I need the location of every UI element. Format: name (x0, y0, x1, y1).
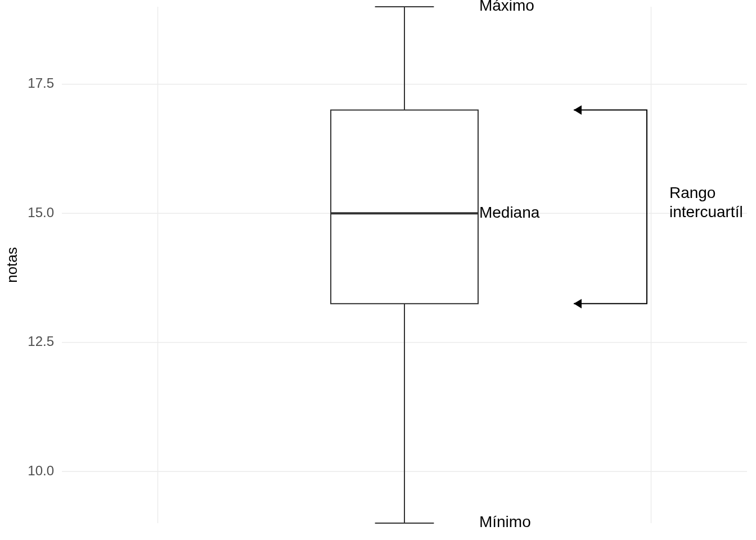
y-tick-label: 10.0 (28, 463, 54, 478)
boxplot-chart: 10.012.515.017.5notasMáximoMedianaMínimo… (0, 0, 756, 540)
min-label: Mínimo (479, 513, 531, 530)
arrowhead-icon (574, 105, 582, 115)
iqr-bracket (574, 110, 647, 304)
y-axis-title: notas (3, 247, 20, 283)
iqr-label-line2: intercuartíl (669, 203, 743, 220)
arrowhead-icon (574, 299, 582, 308)
box (331, 110, 478, 304)
y-tick-label: 17.5 (28, 75, 54, 91)
max-label: Máximo (479, 0, 534, 14)
median-label: Mediana (479, 204, 540, 221)
iqr-label-line1: Rango (669, 184, 716, 201)
y-tick-label: 12.5 (28, 334, 54, 349)
y-tick-label: 15.0 (28, 205, 54, 220)
